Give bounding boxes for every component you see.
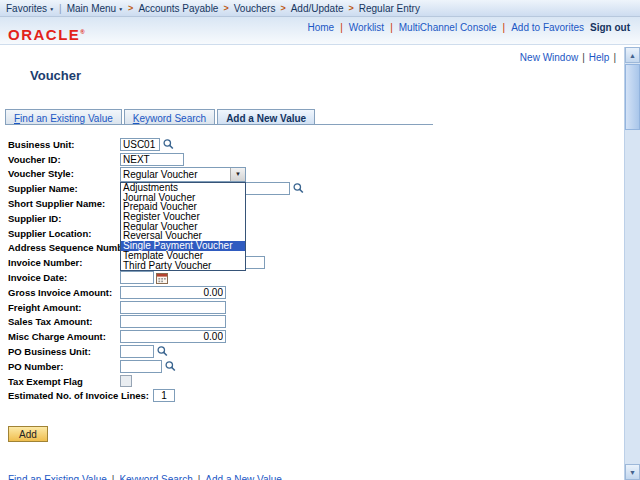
form-row: Tax Exempt Flag [8, 374, 305, 389]
sign-out-link[interactable]: Sign out [590, 22, 630, 33]
page-utility-links: New Window | Help | [520, 52, 616, 63]
breadcrumb-add-update[interactable]: Add/Update [291, 3, 344, 14]
separator: | [198, 474, 201, 480]
tab-bar: Find an Existing Value Keyword Search Ad… [5, 109, 317, 125]
form-row: Sales Tax Amount: [8, 315, 305, 330]
new-window-link[interactable]: New Window [520, 52, 578, 63]
dropdown-option[interactable]: Prepaid Voucher [121, 202, 245, 212]
invoice-number-label: Invoice Number: [8, 257, 120, 268]
scrollbar-up-button[interactable]: ▲ [625, 47, 640, 63]
supplier-location-label: Supplier Location: [8, 228, 120, 239]
form-row: PO Number: [8, 359, 305, 374]
separator: | [503, 22, 506, 33]
add-to-favorites-link[interactable]: Add to Favorites [511, 22, 584, 33]
breadcrumb-vouchers[interactable]: Vouchers [234, 3, 276, 14]
breadcrumb-regular-entry[interactable]: Regular Entry [359, 3, 420, 14]
footer-add-new-value-link[interactable]: Add a New Value [205, 474, 282, 480]
form-row: PO Business Unit: [8, 344, 305, 359]
chevron-down-icon[interactable]: ▼ [230, 168, 245, 181]
estimated-invoice-lines-input[interactable] [153, 389, 175, 402]
calendar-icon[interactable] [156, 272, 168, 284]
tab-find-existing-value[interactable]: Find an Existing Value [5, 109, 122, 125]
dropdown-option[interactable]: Reversal Voucher [121, 231, 245, 241]
lookup-icon[interactable] [156, 345, 169, 358]
footer-links: Find an Existing Value | Keyword Search … [8, 474, 282, 480]
scrollbar-thumb[interactable] [625, 64, 640, 130]
dropdown-option[interactable]: Third Party Voucher [121, 261, 245, 271]
voucher-id-input[interactable] [120, 153, 184, 166]
breadcrumb-accounts-payable[interactable]: Accounts Payable [138, 3, 218, 14]
sales-tax-amount-label: Sales Tax Amount: [8, 316, 120, 327]
supplier-id-label: Supplier ID: [8, 213, 120, 224]
form-row: Freight Amount: [8, 300, 305, 315]
help-link[interactable]: Help [589, 52, 610, 63]
freight-amount-label: Freight Amount: [8, 302, 120, 313]
form-row: Invoice Date: [8, 270, 305, 285]
tab-underline [5, 124, 433, 125]
dropdown-option[interactable]: Register Voucher [121, 212, 245, 222]
scrollbar-down-button[interactable]: ▼ [625, 464, 640, 480]
page-title: Voucher [30, 68, 81, 83]
sales-tax-amount-input[interactable] [120, 315, 226, 328]
dropdown-option[interactable]: Journal Voucher [121, 193, 245, 203]
separator: | [340, 22, 343, 33]
business-unit-label: Business Unit: [8, 139, 120, 150]
add-button[interactable]: Add [8, 426, 48, 442]
separator: | [59, 3, 62, 14]
form-row: Voucher Style: Regular Voucher ▼ [8, 167, 305, 182]
gross-invoice-amount-input[interactable] [120, 286, 226, 299]
footer-keyword-search-link[interactable]: Keyword Search [119, 474, 192, 480]
vertical-scrollbar[interactable]: ▲ ▼ [624, 47, 640, 480]
dropdown-option[interactable]: Template Voucher [121, 251, 245, 261]
tax-exempt-checkbox[interactable] [120, 375, 132, 387]
po-number-label: PO Number: [8, 361, 120, 372]
tab-keyword-search[interactable]: Keyword Search [124, 109, 215, 125]
breadcrumb-separator-icon: > [280, 3, 285, 13]
oracle-logo: ORACLE® [8, 26, 85, 43]
estimated-invoice-lines-label: Estimated No. of Invoice Lines: [8, 390, 153, 401]
form-row: Gross Invoice Amount: [8, 285, 305, 300]
main-menu[interactable]: Main Menu▼ [67, 3, 123, 14]
misc-charge-amount-input[interactable] [120, 330, 226, 343]
lookup-icon[interactable] [162, 138, 175, 151]
business-unit-input[interactable] [120, 138, 160, 151]
multichannel-console-link[interactable]: MultiChannel Console [399, 22, 497, 33]
header-links: Home | Worklist | MultiChannel Console |… [307, 22, 630, 33]
po-business-unit-label: PO Business Unit: [8, 346, 120, 357]
dropdown-option[interactable]: Regular Voucher [121, 222, 245, 232]
voucher-style-label: Voucher Style: [8, 168, 120, 179]
voucher-id-label: Voucher ID: [8, 154, 120, 165]
lookup-icon[interactable] [292, 182, 305, 195]
home-link[interactable]: Home [307, 22, 334, 33]
lookup-icon[interactable] [164, 360, 177, 373]
invoice-date-input[interactable] [120, 271, 154, 284]
dropdown-option[interactable]: Adjustments [121, 183, 245, 193]
po-number-input[interactable] [120, 360, 162, 373]
voucher-style-select[interactable]: Regular Voucher ▼ [120, 167, 246, 182]
app-header: ORACLE® Home | Worklist | MultiChannel C… [0, 17, 640, 45]
freight-amount-input[interactable] [120, 301, 226, 314]
breadcrumb-separator-icon: > [223, 3, 228, 13]
breadcrumb-bar: Favorites▼ | Main Menu▼ > Accounts Payab… [0, 0, 640, 17]
breadcrumb-separator-icon: > [349, 3, 354, 13]
form-row: Estimated No. of Invoice Lines: [8, 389, 305, 404]
misc-charge-amount-label: Misc Charge Amount: [8, 331, 120, 342]
dropdown-option[interactable]: Single Payment Voucher [121, 241, 245, 251]
favorites-menu[interactable]: Favorites▼ [6, 3, 54, 14]
chevron-down-icon: ▼ [118, 6, 123, 12]
worklist-link[interactable]: Worklist [349, 22, 384, 33]
tax-exempt-flag-label: Tax Exempt Flag [8, 376, 120, 387]
form-row: Voucher ID: [8, 152, 305, 167]
breadcrumb-separator-icon: > [128, 3, 133, 13]
tab-add-new-value[interactable]: Add a New Value [217, 109, 315, 125]
separator: | [613, 52, 616, 63]
invoice-date-label: Invoice Date: [8, 272, 120, 283]
chevron-down-icon: ▼ [49, 6, 54, 12]
supplier-name-label: Supplier Name: [8, 183, 120, 194]
po-business-unit-input[interactable] [120, 345, 154, 358]
footer-find-existing-link[interactable]: Find an Existing Value [8, 474, 107, 480]
short-supplier-name-label: Short Supplier Name: [8, 198, 120, 209]
form-row: Business Unit: [8, 137, 305, 152]
separator: | [582, 52, 585, 63]
form-row: Misc Charge Amount: [8, 329, 305, 344]
